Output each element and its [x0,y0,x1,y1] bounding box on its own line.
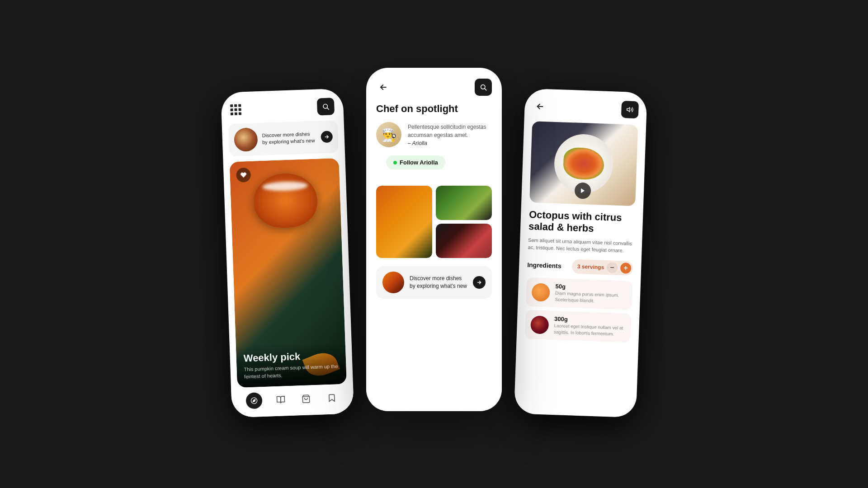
weekly-pick-card[interactable]: Weekly pick This pumpkin cream soup will… [230,158,347,388]
discover-image [382,272,404,293]
follow-button[interactable]: Follow Ariolla [386,155,445,169]
banner-text: Discover more dishes by exploring what's… [262,130,316,146]
phone-2: Chef on spotlight 👨‍🍳 Pellentesque solli… [366,68,502,411]
servings-control: 3 servings − + [571,259,633,276]
ingredients-label: Ingredients [527,261,561,270]
pan-image [436,224,492,258]
svg-marker-11 [627,108,630,112]
fabric-texture [613,124,638,206]
play-video-button[interactable] [575,182,591,199]
chef-avatar: 👨‍🍳 [376,122,401,147]
increase-servings-button[interactable]: + [620,263,632,274]
avocado-image [436,186,492,220]
chef-info: Pellentesque sollicitudin egestas accums… [408,123,492,146]
search-button-2[interactable] [475,79,492,96]
phone2-header [366,68,502,103]
nav-bag-button[interactable] [299,391,314,406]
banner-image [234,127,258,152]
food-on-plate [563,147,604,180]
svg-line-8 [485,89,486,90]
dish-title: Octopus with citrus salad & herbs [528,209,635,236]
online-indicator [393,161,397,164]
svg-line-5 [303,396,310,397]
chef-name: – Ariolla [408,140,492,146]
phone-1: Discover more dishes by exploring what's… [221,88,354,418]
discover-arrow[interactable] [473,276,486,289]
back-button[interactable] [376,80,391,94]
search-button[interactable] [317,98,335,115]
chef-row: 👨‍🍳 Pellentesque sollicitudin egestas ac… [366,122,502,155]
ingredient-item-2: 300g Laoreet eget tristique nullam vel a… [525,310,632,343]
carrot-image [376,186,432,258]
phone3-header [524,88,647,118]
nav-compass-button[interactable] [246,392,263,409]
discover-card[interactable]: Discover more dishes by exploring what's… [376,266,492,299]
bottom-navigation [231,384,354,418]
card-description: This pumpkin cream soup will warm up the… [244,363,339,380]
chef-quote: Pellentesque sollicitudin egestas accums… [408,123,492,139]
discover-text: Discover more dishes by exploring what's… [410,275,467,290]
banner-arrow[interactable] [321,131,333,143]
nav-bookmark-button[interactable] [324,390,339,405]
sound-button[interactable] [621,101,639,118]
page-title: Chef on spotlight [366,103,502,122]
phone1-header [221,88,344,124]
back-button-3[interactable] [533,99,547,114]
ingredient-description-1: Diam magna purus enim ipsum. Scelerisque… [555,290,627,305]
dish-image [529,121,638,206]
svg-marker-12 [581,188,585,193]
follow-label: Follow Ariolla [400,159,438,166]
decrease-servings-button[interactable]: − [607,262,618,273]
dish-description: Sem aliquet sit urna aliquam vitae nisl … [528,236,634,255]
svg-marker-4 [253,399,255,402]
ingredient-item-1: 50g Diam magna purus enim ipsum. Sceleri… [526,277,632,310]
food-image-grid [366,186,502,266]
ingredient-icon-peach [532,283,550,301]
grid-menu-icon[interactable] [230,104,241,115]
soup-bowl-image [253,173,318,229]
ingredient-icon-octopus [530,315,549,334]
card-label: Weekly pick This pumpkin cream soup will… [236,342,347,388]
ingredient-details-2: 300g Laoreet eget tristique nullam vel a… [554,315,626,338]
nav-book-button[interactable] [273,392,288,407]
ingredient-details-1: 50g Diam magna purus enim ipsum. Sceleri… [555,283,627,305]
servings-count: 3 servings [577,263,604,271]
dish-content: Octopus with citrus salad & herbs Sem al… [514,202,643,418]
phone-3: Octopus with citrus salad & herbs Sem al… [514,88,647,418]
card-title: Weekly pick [243,349,339,364]
svg-line-1 [327,108,329,110]
ingredient-description-2: Laoreet eget tristique nullam vel at sag… [554,323,626,338]
discover-banner[interactable]: Discover more dishes by exploring what's… [228,120,339,156]
ingredients-header: Ingredients 3 servings − + [527,258,633,276]
